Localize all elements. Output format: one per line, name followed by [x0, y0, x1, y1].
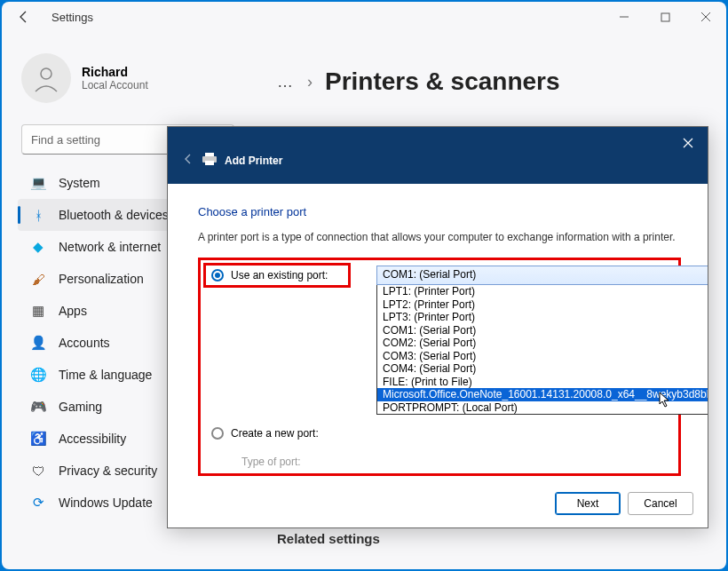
svg-rect-5	[205, 153, 214, 156]
nav-label: Privacy & security	[59, 464, 157, 478]
port-option[interactable]: FILE: (Print to File)	[377, 376, 708, 389]
dialog-back-icon[interactable]	[182, 153, 194, 168]
minimize-icon	[619, 12, 629, 22]
svg-rect-1	[661, 13, 669, 21]
maximize-icon	[661, 12, 670, 22]
nav-icon: 🎮	[30, 399, 46, 415]
dialog-close-button[interactable]	[676, 131, 700, 155]
nav-label: Windows Update	[59, 496, 153, 510]
user-subtitle: Local Account	[82, 79, 148, 91]
combobox-value: COM1: (Serial Port)	[383, 268, 476, 281]
nav-label: Bluetooth & devices	[59, 208, 169, 222]
svg-point-2	[41, 68, 51, 79]
back-button[interactable]	[11, 4, 37, 30]
port-option[interactable]: LPT2: (Printer Port)	[377, 298, 708, 312]
dialog-heading: Choose a printer port	[198, 205, 681, 218]
titlebar: Settings	[2, 2, 726, 32]
page-title: Printers & scanners	[325, 67, 560, 96]
type-of-port-label: Type of port:	[206, 452, 368, 468]
radio-label: Create a new port:	[231, 427, 319, 440]
nav-icon: ᚼ	[30, 207, 46, 223]
nav-icon: ◆	[30, 239, 46, 255]
radio-create-new-port[interactable]: Create a new port:	[206, 424, 368, 443]
radio-icon	[211, 427, 224, 440]
breadcrumb-overflow[interactable]: …	[277, 73, 295, 91]
dialog-title: Add Printer	[225, 155, 282, 167]
nav-label: Personalization	[59, 272, 144, 286]
port-dropdown-wrap: COM1: (Serial Port) LPT1: (Printer Port)…	[376, 266, 708, 415]
next-button[interactable]: Next	[555, 492, 621, 515]
maximize-button[interactable]	[645, 2, 685, 32]
port-option[interactable]: PORTPROMPT: (Local Port)	[377, 401, 708, 415]
arrow-left-icon	[17, 10, 31, 24]
port-option[interactable]: COM3: (Serial Port)	[377, 350, 708, 363]
nav-label: Gaming	[59, 400, 102, 414]
dialog-titlebar: Add Printer	[168, 127, 708, 184]
dialog-body: Choose a printer port A printer port is …	[168, 184, 708, 483]
nav-label: Accessibility	[59, 432, 126, 446]
user-info[interactable]: Richard Local Account	[18, 53, 243, 103]
avatar	[21, 53, 71, 103]
nav-icon: 🌐	[30, 367, 46, 383]
close-icon	[683, 138, 693, 148]
port-option[interactable]: LPT3: (Printer Port)	[377, 311, 708, 324]
svg-rect-7	[205, 161, 214, 165]
related-settings-heading: Related settings	[277, 531, 700, 546]
nav-icon: ⟳	[30, 495, 46, 511]
nav-label: Network & internet	[59, 240, 161, 254]
breadcrumb: … › Printers & scanners	[277, 67, 700, 96]
dialog-footer: Next Cancel	[168, 483, 708, 527]
nav-icon: 👤	[30, 335, 46, 351]
nav-icon: 💻	[30, 175, 46, 191]
nav-label: System	[59, 176, 100, 190]
radio-use-existing-port[interactable]: Use an existing port:	[206, 266, 348, 285]
port-option[interactable]: COM1: (Serial Port)	[377, 324, 708, 337]
port-combobox[interactable]: COM1: (Serial Port)	[376, 266, 708, 285]
nav-icon: ▦	[30, 303, 46, 319]
highlight-box: Use an existing port: COM1: (Serial Port…	[198, 258, 681, 476]
port-option[interactable]: LPT1: (Printer Port)	[377, 285, 708, 298]
port-dropdown-list[interactable]: LPT1: (Printer Port)LPT2: (Printer Port)…	[376, 284, 708, 415]
port-option[interactable]: COM4: (Serial Port)	[377, 362, 708, 376]
radio-icon	[211, 269, 224, 282]
window-title: Settings	[51, 11, 93, 24]
port-option[interactable]: Microsoft.Office.OneNote_16001.14131.200…	[377, 388, 708, 401]
printer-icon	[202, 152, 218, 169]
user-name: Richard	[82, 65, 148, 79]
nav-label: Time & language	[59, 368, 152, 382]
window-controls	[604, 2, 726, 32]
nav-label: Apps	[59, 304, 87, 318]
nav-icon: 🛡	[30, 463, 46, 479]
minimize-button[interactable]	[604, 2, 645, 32]
nav-icon: ♿	[30, 431, 46, 447]
close-button[interactable]	[685, 2, 726, 32]
dialog-description: A printer port is a type of connection t…	[198, 231, 681, 243]
search-placeholder: Find a setting	[31, 133, 100, 147]
port-option[interactable]: COM2: (Serial Port)	[377, 337, 708, 350]
nav-label: Accounts	[59, 336, 110, 350]
radio-label: Use an existing port:	[231, 269, 328, 282]
add-printer-dialog: Add Printer Choose a printer port A prin…	[167, 126, 708, 528]
close-icon	[700, 12, 711, 22]
user-icon	[31, 63, 61, 93]
chevron-right-icon: ›	[307, 73, 313, 91]
cancel-button[interactable]: Cancel	[628, 492, 693, 515]
nav-icon: 🖌	[30, 271, 46, 287]
